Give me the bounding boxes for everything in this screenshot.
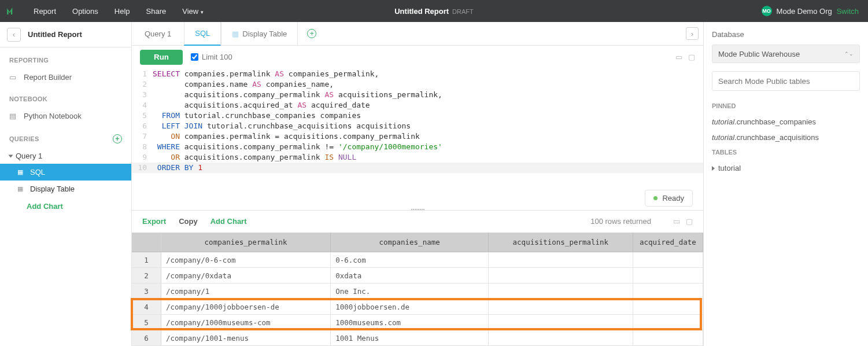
add-tab-button[interactable]: +	[298, 22, 326, 45]
limit-checkbox[interactable]: Limit 100	[191, 53, 232, 61]
org-avatar-icon[interactable]: MO	[762, 6, 772, 16]
table-cell[interactable]	[489, 330, 633, 346]
caret-down-icon	[9, 154, 13, 157]
table-cell[interactable]: One Inc.	[331, 284, 489, 299]
pinned-table-companies[interactable]: tutorial.crunchbase_companies	[712, 114, 860, 130]
sidebar-item-label: Python Notebook	[24, 112, 82, 120]
sidebar-display-table[interactable]: ▦ Display Table	[0, 181, 131, 197]
menu-view[interactable]: View ▾	[182, 7, 204, 16]
schema-panel: Database Mode Public Warehouse ⌃⌄ PINNED…	[704, 22, 868, 346]
table-icon: ▦	[17, 185, 25, 193]
table-cell[interactable]: /company/1001-menus	[161, 330, 331, 346]
sidebar-query-1[interactable]: Query 1	[0, 148, 131, 164]
table-row[interactable]: 3/company/1One Inc.	[132, 284, 703, 299]
table-cell[interactable]: /company/0-6-com	[161, 252, 331, 268]
maximize-icon[interactable]: ▢	[688, 53, 695, 61]
menu-help[interactable]: Help	[114, 7, 130, 16]
status-dot-icon	[653, 196, 658, 200]
editor-toolbar: Run Limit 100 ▭ ▢	[132, 46, 703, 68]
table-cell[interactable]	[489, 299, 633, 315]
table-row[interactable]: 4/company/1000jobboersen-de1000jobboerse…	[132, 299, 703, 315]
schema-tutorial[interactable]: tutorial	[712, 160, 860, 176]
table-cell[interactable]	[633, 268, 703, 284]
org-name[interactable]: Mode Demo Org	[777, 7, 832, 16]
chevron-down-icon: ▾	[201, 9, 204, 15]
results-toolbar: Export Copy Add Chart 100 rows returned …	[132, 211, 703, 232]
table-cell[interactable]	[633, 299, 703, 315]
table-row[interactable]: 1/company/0-6-com0-6.com	[132, 252, 703, 268]
table-cell[interactable]	[633, 284, 703, 299]
menu-options[interactable]: Options	[72, 7, 98, 16]
minimize-icon[interactable]: ▭	[675, 53, 682, 61]
table-icon: ▦	[232, 30, 239, 38]
export-link[interactable]: Export	[142, 217, 166, 226]
table-cell[interactable]: /company/0xdata	[161, 268, 331, 284]
copy-link[interactable]: Copy	[179, 217, 198, 226]
table-cell[interactable]: 1001 Menus	[331, 330, 489, 346]
limit-label: Limit 100	[202, 53, 232, 61]
table-cell[interactable]	[489, 268, 633, 284]
tab-sql[interactable]: SQL	[184, 22, 221, 46]
table-cell[interactable]: /company/1000museums-com	[161, 315, 331, 330]
table-cell[interactable]: 0-6.com	[331, 252, 489, 268]
switch-org-link[interactable]: Switch	[837, 7, 859, 16]
table-cell[interactable]	[489, 315, 633, 330]
center-pane: Query 1 SQL ▦ Display Table + › Run Limi…	[132, 22, 704, 346]
report-title: Untitled ReportDRAFT	[394, 7, 474, 16]
resize-handle-icon[interactable]	[406, 209, 429, 212]
table-row[interactable]: 6/company/1001-menus1001 Menus	[132, 330, 703, 346]
section-reporting: REPORTING	[0, 47, 131, 68]
sql-icon: ▦	[17, 168, 25, 176]
report-builder-icon: ▭	[9, 73, 18, 82]
notebook-icon: ▤	[9, 112, 18, 120]
back-button[interactable]: ‹	[7, 28, 21, 42]
table-cell[interactable]: /company/1000jobboersen-de	[161, 299, 331, 315]
maximize-icon[interactable]: ▢	[686, 217, 693, 226]
pinned-table-acquisitions[interactable]: tutorial.crunchbase_acquisitions	[712, 130, 860, 145]
column-header[interactable]: acquired_date	[633, 233, 703, 252]
results-table[interactable]: companies_permalinkcompanies_nameacquisi…	[132, 233, 703, 347]
table-cell[interactable]: 0xdata	[331, 268, 489, 284]
table-cell[interactable]	[489, 252, 633, 268]
section-pinned: PINNED	[712, 102, 860, 109]
column-header[interactable]: companies_permalink	[161, 233, 331, 252]
sidebar-sql[interactable]: ▦ SQL	[0, 164, 131, 181]
menu-share[interactable]: Share	[146, 7, 167, 16]
table-cell[interactable]	[489, 284, 633, 299]
table-cell[interactable]: 1000jobboersen.de	[331, 299, 489, 315]
section-notebook: NOTEBOOK	[0, 86, 131, 107]
column-header[interactable]: companies_name	[331, 233, 489, 252]
tab-query-1[interactable]: Query 1	[132, 22, 184, 45]
sql-editor[interactable]: 1SELECT companies.permalink AS companies…	[132, 69, 703, 211]
menu-report[interactable]: Report	[34, 7, 56, 16]
run-button[interactable]: Run	[140, 50, 183, 65]
database-select[interactable]: Mode Public Warehouse ⌃⌄	[712, 45, 860, 63]
limit-checkbox-input[interactable]	[191, 53, 198, 61]
add-chart-link[interactable]: Add Chart	[210, 217, 247, 226]
table-cell[interactable]: /company/1	[161, 284, 331, 299]
add-query-button[interactable]: +	[113, 134, 122, 143]
table-cell[interactable]	[633, 315, 703, 330]
mode-logo-icon[interactable]	[0, 6, 22, 16]
status-text: Ready	[662, 194, 684, 203]
draft-badge: DRAFT	[452, 8, 474, 15]
sidebar-python-notebook[interactable]: ▤ Python Notebook	[0, 107, 131, 125]
column-header[interactable]: acquisitions_permalink	[489, 233, 633, 252]
caret-right-icon	[712, 166, 715, 171]
sidebar-add-chart[interactable]: Add Chart	[0, 197, 131, 215]
database-select-value: Mode Public Warehouse	[718, 50, 800, 58]
table-cell[interactable]	[633, 252, 703, 268]
table-row[interactable]: 5/company/1000museums-com1000museums.com	[132, 315, 703, 330]
status-pill: Ready	[645, 190, 693, 207]
table-cell[interactable]: 1000museums.com	[331, 315, 489, 330]
tab-display-table[interactable]: ▦ Display Table	[221, 22, 298, 45]
sidebar-item-label: Display Table	[30, 185, 75, 193]
search-input[interactable]	[712, 71, 860, 91]
table-row[interactable]: 2/company/0xdata0xdata	[132, 268, 703, 284]
next-tab-button[interactable]: ›	[686, 27, 699, 40]
table-cell[interactable]	[633, 330, 703, 346]
sidebar-report-builder[interactable]: ▭ Report Builder	[0, 68, 131, 86]
tab-label: Display Table	[242, 30, 287, 38]
sidebar-item-label: Report Builder	[24, 73, 72, 82]
minimize-icon[interactable]: ▭	[673, 217, 680, 226]
